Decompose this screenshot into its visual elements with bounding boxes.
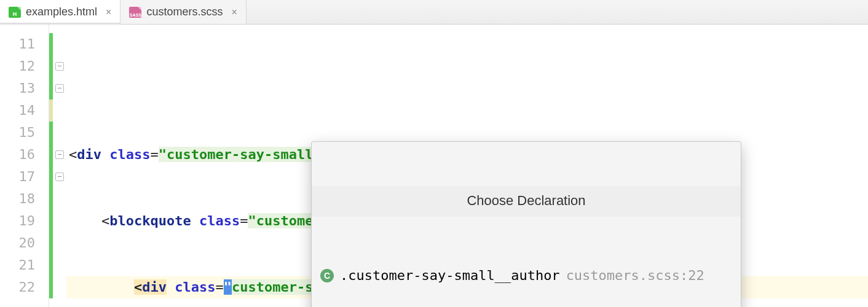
fold-toggle-icon[interactable] xyxy=(55,150,64,159)
line-number: 14 xyxy=(0,99,35,122)
choose-declaration-popup: Choose Declaration C .customer-say-small… xyxy=(311,141,741,307)
html-file-icon: H xyxy=(9,7,21,18)
tab-label: customers.scss xyxy=(146,6,223,18)
code-area[interactable]: <div class="customer-say-small"> <blockq… xyxy=(66,25,868,307)
line-number: 15 xyxy=(0,122,35,144)
line-number: 12 xyxy=(0,55,35,77)
declaration-option[interactable]: C .customer-say-small__author customers.… xyxy=(312,261,741,290)
line-number: 16 xyxy=(0,144,35,166)
tab-examples-html[interactable]: H examples.html × xyxy=(0,0,120,24)
fold-toggle-icon[interactable] xyxy=(55,173,64,181)
editor-tabbar: H examples.html × SASS customers.scss × xyxy=(0,0,868,25)
line-number: 21 xyxy=(0,254,35,276)
line-number: 22 xyxy=(0,276,35,298)
file-location: customers.scss:22 xyxy=(566,265,704,287)
line-number-gutter: 111213141516171819202122 xyxy=(0,25,49,307)
popup-title: Choose Declaration xyxy=(312,186,741,217)
line-number: 13 xyxy=(0,77,35,99)
line-number: 18 xyxy=(0,188,35,210)
sass-file-icon: SASS xyxy=(129,7,141,18)
line-number: 11 xyxy=(0,33,35,55)
close-icon[interactable]: × xyxy=(106,7,111,18)
fold-gutter xyxy=(53,25,66,307)
close-icon[interactable]: × xyxy=(231,7,237,18)
fold-toggle-icon[interactable] xyxy=(55,62,64,71)
tab-label: examples.html xyxy=(26,6,97,18)
line-number: 17 xyxy=(0,166,35,188)
tab-customers-scss[interactable]: SASS customers.scss × xyxy=(120,0,246,24)
line-number: 19 xyxy=(0,210,35,232)
class-badge-icon: C xyxy=(320,269,334,282)
fold-toggle-icon[interactable] xyxy=(55,84,64,93)
code-line[interactable] xyxy=(66,77,868,99)
selector-text: .customer-say-small__author xyxy=(340,265,560,287)
line-number: 20 xyxy=(0,232,35,254)
code-editor[interactable]: 111213141516171819202122 <div class="cus… xyxy=(0,25,868,307)
